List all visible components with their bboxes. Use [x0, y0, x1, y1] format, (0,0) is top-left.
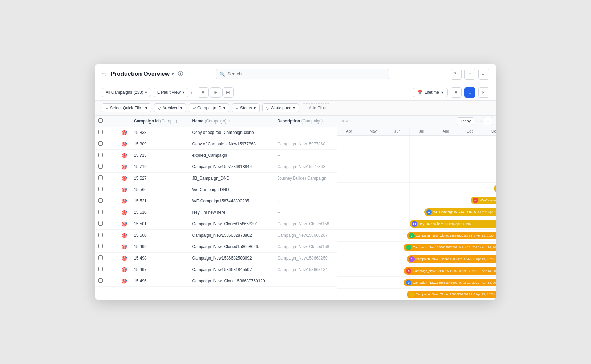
bar-meta: 1 From Apr 21, 2020 [478, 210, 496, 214]
row-name: JB_Campaign_DND [189, 173, 274, 184]
add-filter-button[interactable]: + Add Filter [302, 103, 330, 112]
gantt-view-button[interactable]: ↕ [464, 87, 475, 98]
gantt-bar[interactable]: C Campaign_New_Cloned1586682647926 0 Apr… [407, 255, 496, 263]
row-menu-icon[interactable]: ⋮ [110, 141, 115, 147]
gantt-bar[interactable]: W WE-Campaign1587443890285 1 From Apr 21… [424, 208, 496, 216]
gantt-bar[interactable]: HI Hey, I'm new here 1 From Apr 14, 2020 [410, 220, 496, 228]
lifetime-selector[interactable]: 📅 Lifetime ▾ [413, 88, 448, 97]
row-menu-icon[interactable]: ⋮ [110, 130, 115, 135]
lifetime-label: Lifetime [425, 90, 439, 95]
select-all-checkbox[interactable] [98, 118, 103, 123]
list-view-button[interactable]: ≡ [198, 87, 209, 98]
workspace-filter-label: Workspace [271, 106, 291, 110]
gantt-bar[interactable]: C Campaign_New1586682503692 0 Apr 12, 20… [404, 267, 496, 275]
row-id: 15,496 [130, 275, 189, 287]
gantt-row: C Campaign_New_Cloned1586680750129 0 Apr… [337, 289, 496, 300]
calendar-icon: 📅 [417, 90, 422, 95]
navigate-forward-icon[interactable]: › [480, 119, 482, 124]
row-checkbox[interactable] [98, 244, 103, 248]
view-selector[interactable]: Default View ▾ [154, 88, 188, 97]
campaigns-selector[interactable]: All Campaigns (233) ▾ [102, 88, 151, 97]
gantt-bar[interactable]: C Campaign_New1586681845507 0 Apr 12, 20… [404, 279, 496, 286]
toolbar-right: 📅 Lifetime ▾ ≡ ↕ ⊡ [413, 87, 489, 98]
row-menu-icon[interactable]: ⋮ [110, 175, 115, 181]
workspace-filter-chip[interactable]: ▽ Workspace ▾ [262, 103, 299, 112]
row-id: 15,713 [130, 150, 189, 161]
row-menu-icon[interactable]: ⋮ [110, 278, 115, 284]
bar-meta: 1 From Apr 14, 2020 [445, 222, 473, 226]
today-button[interactable]: Today [457, 117, 474, 125]
info-icon[interactable]: ⓘ [178, 71, 183, 77]
expand-button[interactable]: ⊡ [478, 87, 489, 98]
more-button[interactable]: ··· [478, 69, 489, 80]
avatar: C [409, 292, 415, 297]
row-campaign-icon: 🎯 [121, 233, 127, 238]
row-menu-icon[interactable]: ⋮ [110, 255, 115, 261]
search-input[interactable] [216, 69, 389, 79]
row-checkbox[interactable] [98, 187, 103, 191]
gantt-month-header: Aug [434, 127, 458, 135]
sort-button[interactable]: ≡ [451, 87, 462, 98]
gantt-month-headers: AprMayJunJulAugSepOctNovDecJanFebMar [337, 127, 496, 136]
status-filter-chip[interactable]: ▽ Status ▾ [232, 103, 260, 112]
col-desc-label: Description [277, 119, 300, 124]
campaigns-label: All Campaigns (233) [106, 90, 143, 95]
table-row: ⋮ 🎯 15,809 Copy of Campaign_New15977868.… [95, 138, 337, 150]
gantt-bar[interactable]: C Campaign_New_Cloned1586683018758 1 Apr… [407, 232, 496, 239]
row-menu-icon[interactable]: ⋮ [110, 267, 115, 272]
row-checkbox[interactable] [98, 164, 103, 169]
row-menu-icon[interactable]: ⋮ [110, 221, 115, 227]
row-campaign-icon: 🎯 [121, 187, 127, 192]
row-checkbox[interactable] [98, 233, 103, 237]
row-name: Campaign_New1586681845507 [189, 264, 274, 275]
row-menu-icon[interactable]: ⋮ [110, 153, 115, 158]
header-actions: ↻ ↑ ··· [451, 69, 489, 80]
bar-label: We-Campaign-DND [480, 199, 496, 202]
row-menu-icon[interactable]: ⋮ [110, 187, 115, 192]
row-menu-icon[interactable]: ⋮ [110, 244, 115, 249]
filter-view-button[interactable]: ⊟ [222, 87, 234, 98]
row-checkbox[interactable] [98, 175, 103, 180]
row-checkbox[interactable] [98, 221, 103, 226]
row-desc [274, 275, 337, 287]
row-checkbox[interactable] [98, 153, 103, 157]
gantt-month-header: Sep [458, 127, 482, 135]
col-name-sort-icon[interactable]: ↕ [229, 119, 231, 123]
archived-filter-chip[interactable]: ▽ Archived ▾ [154, 103, 186, 112]
column-view-button[interactable]: ⊞ [210, 87, 221, 98]
row-menu-icon[interactable]: ⋮ [110, 198, 115, 204]
quick-filter-chip[interactable]: ▽ Select Quick Filter ▾ [102, 103, 151, 112]
col-id-sort-icon[interactable]: ↕ [180, 119, 182, 123]
workspace-chevron-icon: ▾ [293, 106, 295, 110]
refresh-button[interactable]: ↻ [451, 69, 462, 80]
table-row: ⋮ 🎯 15,712 Campaign_New1597786818844 Cam… [95, 161, 337, 173]
row-checkbox[interactable] [98, 255, 103, 260]
gantt-bar[interactable]: W We-Campaign-DND 7 From Jun 23, 2020 [471, 197, 496, 204]
navigate-back-icon[interactable]: ‹ [476, 119, 478, 124]
view-toggles: ≡ ⊞ ⊟ [198, 87, 234, 98]
row-menu-icon[interactable]: ⋮ [110, 164, 115, 170]
row-checkbox[interactable] [98, 278, 103, 283]
campaigns-table: Campaign Id (Camp...) ↕ Name (Campaign) … [95, 116, 337, 287]
row-checkbox[interactable] [98, 210, 103, 214]
row-checkbox[interactable] [98, 198, 103, 203]
campaign-id-filter-chip[interactable]: ▽ Campaign ID ▾ [189, 103, 229, 112]
gantt-bar[interactable]: C Campaign_New1586682873802 0 Apr 12, 20… [404, 244, 496, 251]
star-icon[interactable]: ☆ [102, 71, 107, 77]
add-period-button[interactable]: + [484, 117, 492, 125]
search-container: 🔍 [216, 69, 389, 79]
row-checkbox[interactable] [98, 267, 103, 271]
campaign-id-chevron-icon: ▾ [223, 106, 225, 110]
row-name: We-Campaign-DND [189, 184, 274, 195]
title-chevron-icon[interactable]: ▾ [172, 72, 174, 76]
gantt-bar[interactable]: C Campaign_New_Cloned1586680750129 0 Apr… [407, 291, 496, 298]
row-checkbox[interactable] [98, 141, 103, 146]
row-name: Copy of Campaign_New15977868... [189, 138, 274, 150]
export-button[interactable]: ↑ [464, 69, 475, 80]
gantt-month-header: Jul [410, 127, 434, 135]
row-menu-icon[interactable]: ⋮ [110, 233, 115, 238]
table-row: ⋮ 🎯 15,497 Campaign_New1586681845507 Cam… [95, 264, 337, 275]
row-checkbox[interactable] [98, 130, 103, 134]
row-campaign-icon: 🎯 [121, 221, 127, 227]
row-menu-icon[interactable]: ⋮ [110, 210, 115, 215]
